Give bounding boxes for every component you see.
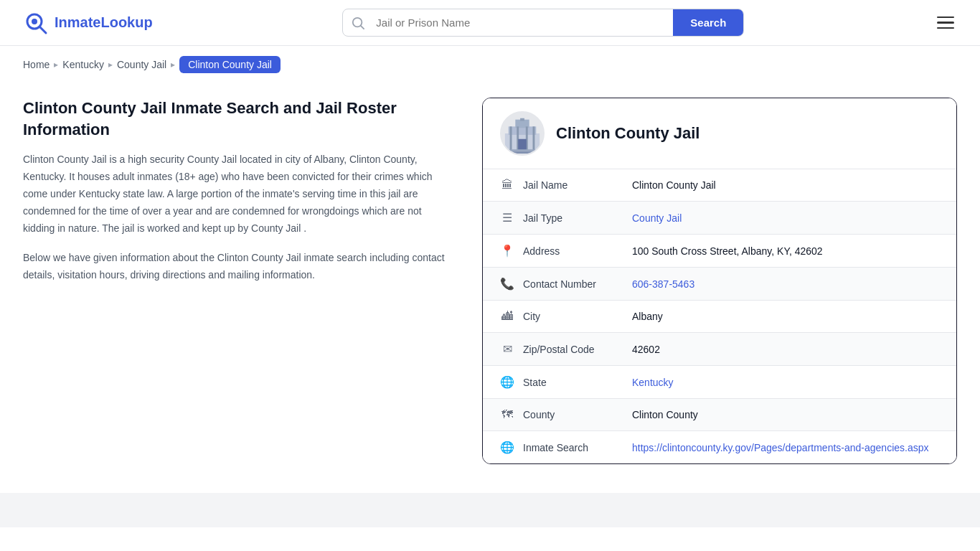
chevron-icon-3: ▸ [171, 60, 175, 70]
breadcrumb-home[interactable]: Home [23, 59, 50, 70]
svg-rect-13 [518, 139, 527, 151]
web-icon: 🌐 [497, 441, 517, 454]
zip-icon: ✉ [497, 342, 517, 356]
table-row: 🌐 Inmate Search https://clintoncounty.ky… [483, 431, 956, 463]
hamburger-line-2 [937, 22, 954, 24]
right-column: Clinton County Jail 🏛 Jail Name Clinton … [482, 98, 957, 464]
svg-rect-12 [533, 126, 535, 151]
logo-icon [23, 10, 49, 36]
row-label-county: County [517, 409, 632, 420]
row-label-zip: Zip/Postal Code [517, 344, 632, 355]
hamburger-line-3 [937, 27, 954, 29]
type-icon: ☰ [497, 211, 517, 225]
page-description-2: Below we have given information about th… [23, 250, 453, 284]
hamburger-line-1 [937, 17, 954, 19]
row-value-state: Kentucky [632, 377, 942, 388]
table-row: ✉ Zip/Postal Code 42602 [483, 333, 956, 366]
svg-rect-9 [510, 126, 512, 151]
svg-line-4 [361, 26, 364, 29]
row-label-state: State [517, 377, 632, 388]
table-row: 🏛 Jail Name Clinton County Jail [483, 169, 956, 202]
search-button[interactable]: Search [673, 9, 743, 36]
logo-text: InmateLookup [55, 14, 153, 31]
row-value-county: Clinton County [632, 409, 942, 420]
chevron-icon-2: ▸ [108, 60, 113, 70]
table-row: 🏙 City Albany [483, 301, 956, 333]
search-icon [343, 17, 373, 29]
page-title: Clinton County Jail Inmate Search and Ja… [23, 98, 453, 140]
row-label-jail-name: Jail Name [517, 179, 632, 191]
search-input[interactable] [373, 9, 673, 36]
jail-thumbnail [500, 111, 545, 156]
page-description-1: Clinton County Jail is a high security C… [23, 151, 453, 237]
jail-info-card: Clinton County Jail 🏛 Jail Name Clinton … [482, 98, 957, 464]
inmate-search-link[interactable]: https://clintoncounty.ky.gov/Pages/depar… [632, 442, 929, 453]
jail-type-link[interactable]: County Jail [632, 212, 682, 224]
card-header: Clinton County Jail [483, 98, 956, 169]
row-label-inmate-search: Inmate Search [517, 442, 632, 453]
main-content: Clinton County Jail Inmate Search and Ja… [0, 83, 980, 479]
row-label-address: Address [517, 245, 632, 257]
state-icon: 🌐 [497, 375, 517, 389]
svg-point-2 [32, 19, 37, 24]
svg-line-1 [39, 27, 46, 33]
row-value-city: Albany [632, 311, 942, 322]
card-title: Clinton County Jail [556, 124, 699, 143]
chevron-icon-1: ▸ [54, 60, 58, 70]
city-icon: 🏙 [497, 310, 517, 323]
left-column: Clinton County Jail Inmate Search and Ja… [23, 98, 482, 284]
table-row: 🌐 State Kentucky [483, 366, 956, 399]
site-header: InmateLookup Search [0, 0, 980, 46]
breadcrumb-current: Clinton County Jail [179, 56, 281, 73]
row-value-address: 100 South Cross Street, Albany, KY, 4260… [632, 245, 942, 257]
hamburger-menu[interactable] [934, 14, 957, 32]
county-icon: 🗺 [497, 408, 517, 421]
footer-area [0, 493, 980, 527]
row-value-jail-name: Clinton County Jail [632, 179, 942, 191]
search-bar: Search [342, 9, 744, 37]
jail-building-icon [501, 113, 543, 154]
logo[interactable]: InmateLookup [23, 10, 153, 36]
table-row: 📞 Contact Number 606-387-5463 [483, 268, 956, 301]
row-label-jail-type: Jail Type [517, 212, 632, 224]
row-value-jail-type: County Jail [632, 212, 942, 224]
phone-icon: 📞 [497, 277, 517, 291]
breadcrumb: Home ▸ Kentucky ▸ County Jail ▸ Clinton … [0, 46, 980, 83]
svg-rect-8 [520, 118, 524, 121]
breadcrumb-kentucky[interactable]: Kentucky [62, 59, 104, 70]
table-row: 📍 Address 100 South Cross Street, Albany… [483, 235, 956, 268]
svg-rect-15 [504, 151, 541, 154]
row-label-city: City [517, 311, 632, 322]
row-value-inmate-search: https://clintoncounty.ky.gov/Pages/depar… [632, 442, 942, 453]
address-icon: 📍 [497, 244, 517, 258]
table-row: 🗺 County Clinton County [483, 399, 956, 431]
row-value-zip: 42602 [632, 344, 942, 355]
breadcrumb-county-jail[interactable]: County Jail [117, 59, 166, 70]
table-row: ☰ Jail Type County Jail [483, 202, 956, 235]
row-label-contact: Contact Number [517, 278, 632, 290]
row-value-contact: 606-387-5463 [632, 278, 942, 290]
jail-icon: 🏛 [497, 179, 517, 192]
svg-rect-14 [507, 149, 538, 151]
state-link[interactable]: Kentucky [632, 377, 674, 388]
phone-link[interactable]: 606-387-5463 [632, 278, 694, 290]
